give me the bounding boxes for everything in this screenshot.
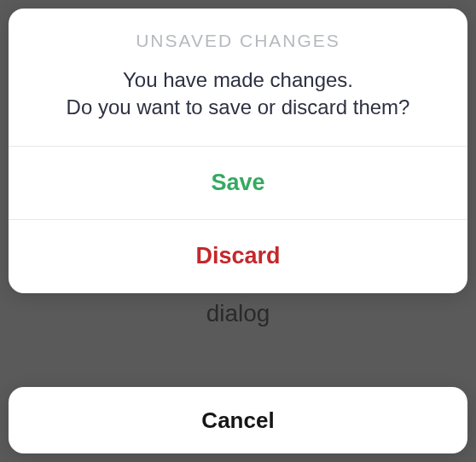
discard-button[interactable]: Discard (9, 220, 467, 293)
sheet-message-line1: You have made changes. (123, 68, 353, 91)
action-sheet: UNSAVED CHANGES You have made changes. D… (9, 9, 467, 293)
sheet-header: UNSAVED CHANGES You have made changes. D… (9, 9, 467, 147)
save-button[interactable]: Save (9, 147, 467, 220)
cancel-button[interactable]: Cancel (9, 387, 467, 453)
sheet-title: UNSAVED CHANGES (29, 31, 447, 51)
sheet-message: You have made changes. Do you want to sa… (29, 66, 447, 122)
sheet-message-line2: Do you want to save or discard them? (67, 95, 410, 118)
backdrop-label: dialog (0, 300, 476, 327)
